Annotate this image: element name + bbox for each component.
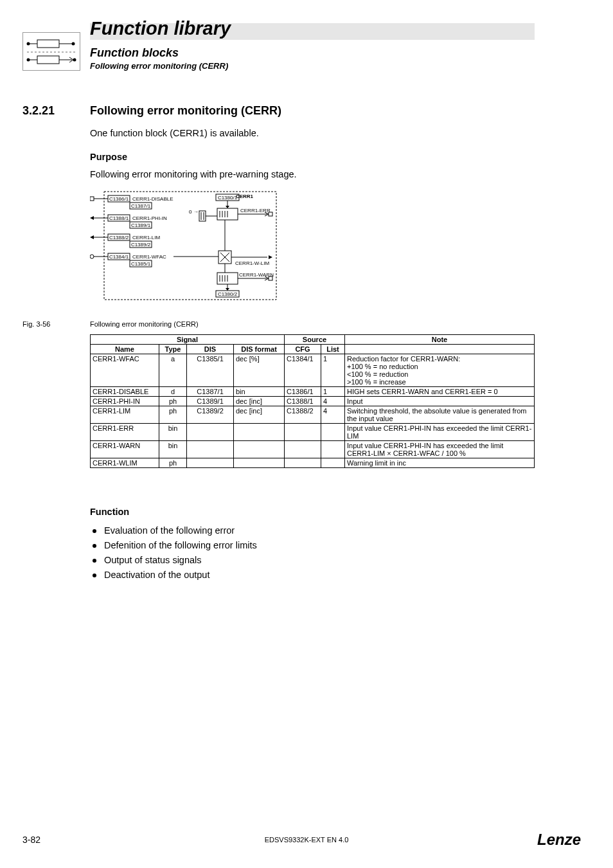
svg-text:C1385/1: C1385/1: [131, 261, 151, 267]
table-row: CERR1-LIMphC1389/2dec [inc]C1388/24Switc…: [91, 406, 535, 424]
purpose-heading: Purpose: [90, 152, 127, 162]
table-cell: 1: [321, 354, 345, 387]
table-cell: CERR1-WARN: [91, 441, 159, 458]
table-cell: [285, 424, 321, 441]
table-cell: C1389/2: [187, 406, 234, 424]
table-cell: Switching threshold, the absolute value …: [345, 406, 535, 424]
table-cell: C1387/1: [187, 387, 234, 397]
table-cell: [321, 424, 345, 441]
svg-point-4: [72, 42, 75, 46]
table-cell: [234, 424, 285, 441]
th-source: Source: [285, 335, 345, 345]
svg-point-51: [90, 255, 94, 258]
table-cell: C1389/1: [187, 397, 234, 406]
svg-marker-65: [269, 255, 272, 259]
svg-rect-8: [37, 56, 59, 64]
th-note: Note: [345, 335, 535, 345]
svg-text:C1380/2: C1380/2: [218, 291, 238, 297]
table-body: CERR1-WFACaC1385/1dec [%]C1384/11Reducti…: [91, 354, 535, 468]
table-cell: CERR1-PHI-IN: [91, 397, 159, 406]
svg-point-11: [73, 59, 76, 62]
table-cell: [321, 441, 345, 458]
brand-logo: Lenze: [537, 831, 581, 849]
table-row: CERR1-WARNbinInput value CERR1-PHI-IN ha…: [91, 441, 535, 458]
svg-text:C1384/1: C1384/1: [109, 254, 129, 260]
block-diagram: CERR1 C1380/1 C1386/1 CERR1-DISABLE C138…: [90, 188, 283, 303]
table-cell: bin: [159, 441, 187, 458]
svg-rect-32: [199, 211, 206, 221]
table-cell: [321, 458, 345, 468]
table-cell: ph: [159, 406, 187, 424]
svg-text:C1389/1: C1389/1: [131, 222, 151, 228]
table-cell: [187, 458, 234, 468]
svg-text:CERR1-WFAC: CERR1-WFAC: [132, 254, 166, 260]
table-cell: dec [inc]: [234, 406, 285, 424]
svg-rect-17: [90, 197, 94, 201]
th-cfg: CFG: [285, 345, 321, 354]
table-cell: dec [inc]: [234, 397, 285, 406]
list-item: Defenition of the following error limits: [90, 540, 257, 550]
table-cell: Input value CERR1-PHI-IN has exceeded th…: [345, 441, 535, 458]
doc-title-2: Function blocks: [90, 46, 179, 60]
table-cell: 1: [321, 387, 345, 397]
figure-number: Fig. 3-56: [22, 320, 50, 328]
svg-text:C1387/1: C1387/1: [131, 203, 151, 209]
table-row: CERR1-ERRbinInput value CERR1-PHI-IN has…: [91, 424, 535, 441]
table-cell: Input value CERR1-PHI-IN has exceeded th…: [345, 424, 535, 441]
table-cell: [234, 441, 285, 458]
doc-title-1: Function library: [90, 18, 231, 39]
table-cell: dec [%]: [234, 354, 285, 387]
svg-rect-2: [37, 40, 59, 48]
list-item: Output of status signals: [90, 555, 257, 565]
table-cell: ph: [159, 458, 187, 468]
table-cell: Warning limit in inc: [345, 458, 535, 468]
svg-text:C1388/1: C1388/1: [109, 215, 129, 221]
table-cell: CERR1-WLIM: [91, 458, 159, 468]
table-cell: [285, 458, 321, 468]
svg-marker-24: [90, 216, 94, 220]
table-cell: Input: [345, 397, 535, 406]
svg-text:0 →: 0 →: [189, 209, 199, 215]
table-cell: C1386/1: [285, 387, 321, 397]
table-row: CERR1-PHI-INphC1389/1dec [inc]C1388/14In…: [91, 397, 535, 406]
svg-text:CERR1-PHI-IN: CERR1-PHI-IN: [132, 215, 167, 221]
table-cell: HIGH sets CERR1-WARN and CERR1-EER = 0: [345, 387, 535, 397]
svg-marker-16: [226, 206, 229, 208]
th-name: Name: [91, 345, 159, 354]
table-cell: C1385/1: [187, 354, 234, 387]
svg-text:C1388/2: C1388/2: [109, 235, 129, 240]
table-row: CERR1-WLIMphWarning limit in inc: [91, 458, 535, 468]
table-cell: CERR1-ERR: [91, 424, 159, 441]
table-cell: C1384/1: [285, 354, 321, 387]
table-cell: Reduction factor for CERR1-WARN: +100 % …: [345, 354, 535, 387]
th-signal: Signal: [91, 335, 285, 345]
svg-text:C1386/1: C1386/1: [109, 196, 129, 202]
list-item: Evaluation of the following error: [90, 525, 257, 536]
section-number: 3.2.21: [22, 104, 55, 118]
table-cell: CERR1-LIM: [91, 406, 159, 424]
section-intro: One function block (CERR1) is available.: [90, 128, 259, 138]
table-cell: CERR1-DISABLE: [91, 387, 159, 397]
svg-text:C1380/1: C1380/1: [218, 195, 238, 201]
table-cell: bin: [159, 424, 187, 441]
table-cell: d: [159, 387, 187, 397]
svg-text:CERR1-W-LIM: CERR1-W-LIM: [235, 260, 270, 266]
doc-title-3: Following error monitoring (CERR): [90, 61, 228, 71]
th-type: Type: [159, 345, 187, 354]
table-cell: [234, 458, 285, 468]
svg-point-1: [27, 42, 30, 46]
block-thumbnail-icon: [22, 32, 80, 71]
svg-text:CERR1-LIM: CERR1-LIM: [132, 235, 160, 240]
table-cell: C1388/1: [285, 397, 321, 406]
signal-table: Signal Source Note Name Type DIS DIS for…: [90, 334, 535, 468]
table-row: CERR1-WFACaC1385/1dec [%]C1384/11Reducti…: [91, 354, 535, 387]
svg-text:CERR1-DISABLE: CERR1-DISABLE: [132, 196, 173, 202]
table-cell: 4: [321, 397, 345, 406]
table-cell: [285, 441, 321, 458]
function-list: Evaluation of the following errorDefenit…: [90, 521, 257, 580]
table-cell: C1388/2: [285, 406, 321, 424]
svg-marker-76: [226, 288, 229, 291]
svg-text:C1389/2: C1389/2: [131, 242, 151, 248]
purpose-text: Following error monitoring with pre-warn…: [90, 169, 297, 179]
table-cell: CERR1-WFAC: [91, 354, 159, 387]
